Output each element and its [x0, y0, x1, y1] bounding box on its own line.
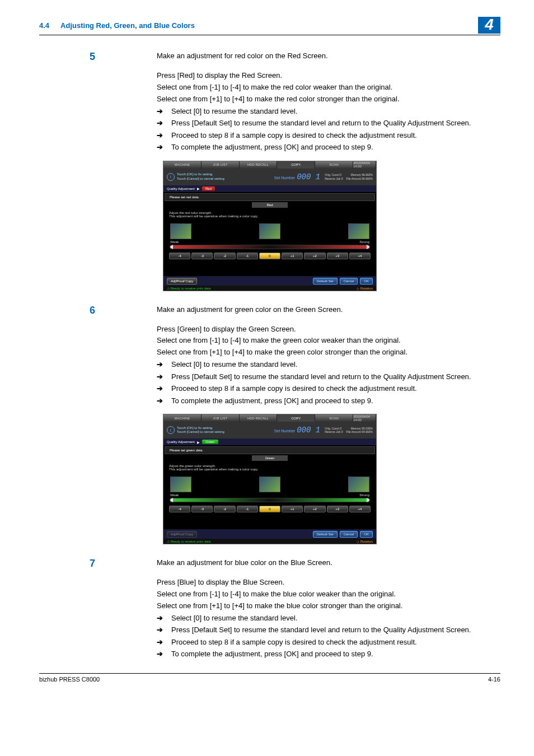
level-button[interactable]: +1: [282, 253, 303, 259]
arrow-icon: ➔: [157, 130, 171, 141]
arrow-text: Select [0] to resume the standard level.: [171, 359, 500, 370]
level-button[interactable]: 0: [259, 506, 280, 512]
device-screen: MACHINEJOB LISTHDD RECALLCOPYSCAN2010/04…: [163, 414, 377, 544]
level-button[interactable]: +4: [349, 253, 371, 259]
arrow-icon: ➔: [157, 359, 171, 370]
instruction-line: Select one from [+1] to [+4] to make the…: [157, 601, 500, 612]
instruction-line: Press [Blue] to display the Blue Screen.: [157, 577, 500, 588]
proof-copy-button[interactable]: Adj/Proof Copy: [167, 278, 197, 284]
app-tab[interactable]: JOB LIST: [202, 161, 240, 169]
cancel-button[interactable]: Cancel: [340, 278, 358, 284]
app-tab[interactable]: MACHINE: [163, 414, 202, 422]
ok-button[interactable]: OK: [360, 278, 373, 284]
arrow-icon: ➔: [157, 383, 171, 394]
arrow-icon: ➔: [157, 613, 171, 624]
arrow-icon: ➔: [157, 637, 171, 648]
ok-button[interactable]: OK: [360, 531, 373, 538]
page-number: 4-16: [488, 676, 500, 683]
arrow-text: Press [Default Set] to resume the standa…: [171, 371, 500, 382]
level-button[interactable]: -1: [237, 506, 258, 512]
level-button[interactable]: +3: [327, 506, 348, 512]
instruction-line: Press [Green] to display the Green Scree…: [157, 324, 500, 335]
step-intro: Make an adjustment for red color on the …: [157, 51, 500, 63]
level-button[interactable]: +4: [349, 506, 371, 512]
device-screen: MACHINEJOB LISTHDD RECALLCOPYSCAN2010/04…: [163, 161, 377, 291]
level-button[interactable]: -2: [214, 253, 235, 259]
section-title: Adjusting Red, Green, and Blue Colors: [60, 21, 195, 30]
instruction-line: Select one from [-1] to [-4] to make the…: [157, 82, 500, 93]
arrow-icon: ➔: [157, 395, 171, 407]
app-tab[interactable]: MACHINE: [163, 161, 202, 169]
default-set-button[interactable]: Default Set: [313, 531, 338, 538]
chapter-badge: 4: [478, 17, 500, 34]
app-tab[interactable]: HDD RECALL: [240, 414, 278, 422]
level-button[interactable]: +2: [304, 253, 325, 259]
arrow-text: To complete the adjustment, press [OK] a…: [171, 142, 500, 153]
arrow-icon: ➔: [157, 371, 171, 382]
instruction-line: Select one from [-1] to [-4] to make the…: [157, 335, 500, 346]
level-button[interactable]: -3: [191, 253, 213, 259]
step-intro: Make an adjustment for green color on th…: [157, 305, 500, 316]
instruction-line: Select one from [+1] to [+4] to make the…: [157, 94, 500, 105]
arrow-text: To complete the adjustment, press [OK] a…: [171, 648, 500, 660]
arrow-text: Proceed to step 8 if a sample copy is de…: [171, 383, 500, 394]
arrow-text: Select [0] to resume the standard level.: [171, 613, 500, 624]
step-number: 7: [39, 558, 157, 570]
instruction-line: Select one from [-1] to [-4] to make the…: [157, 589, 500, 600]
arrow-text: To complete the adjustment, press [OK] a…: [171, 395, 500, 407]
app-tab[interactable]: SCAN: [315, 414, 353, 422]
arrow-icon: ➔: [157, 106, 171, 117]
page-header: 4.4 Adjusting Red, Green, and Blue Color…: [39, 17, 500, 35]
app-tab[interactable]: COPY: [277, 414, 315, 422]
step-intro: Make an adjustment for blue color on the…: [157, 558, 500, 570]
info-icon: i: [167, 426, 175, 434]
level-button[interactable]: +2: [304, 506, 325, 512]
default-set-button[interactable]: Default Set: [313, 278, 338, 284]
arrow-text: Press [Default Set] to resume the standa…: [171, 624, 500, 636]
color-chip[interactable]: Red: [202, 186, 215, 191]
cancel-button[interactable]: Cancel: [340, 531, 358, 538]
instruction-line: Press [Red] to display the Red Screen.: [157, 71, 500, 81]
arrow-icon: ➔: [157, 118, 171, 129]
level-button[interactable]: -2: [214, 506, 235, 512]
arrow-text: Select [0] to resume the standard level.: [171, 106, 500, 117]
instruction-line: Select one from [+1] to [+4] to make the…: [157, 347, 500, 358]
app-tab[interactable]: JOB LIST: [202, 414, 240, 422]
app-tab[interactable]: HDD RECALL: [240, 161, 278, 169]
level-button[interactable]: +3: [327, 253, 348, 259]
app-tab[interactable]: COPY: [277, 161, 315, 169]
level-button[interactable]: -4: [169, 506, 190, 512]
level-button[interactable]: +1: [282, 506, 303, 512]
arrow-icon: ➔: [157, 648, 171, 660]
product-name: bizhub PRESS C8000: [39, 676, 100, 683]
level-button[interactable]: -3: [191, 506, 213, 512]
level-button[interactable]: -4: [169, 253, 190, 259]
info-icon: i: [167, 173, 175, 181]
arrow-text: Proceed to step 8 if a sample copy is de…: [171, 637, 500, 648]
arrow-icon: ➔: [157, 624, 171, 636]
arrow-text: Proceed to step 8 if a sample copy is de…: [171, 130, 500, 141]
level-button[interactable]: 0: [259, 253, 280, 259]
section-number: 4.4: [39, 21, 49, 30]
color-chip[interactable]: Green: [202, 440, 218, 444]
page-footer: bizhub PRESS C8000 4-16: [39, 673, 500, 683]
step-number: 5: [39, 51, 157, 63]
step-number: 6: [39, 305, 157, 316]
arrow-icon: ➔: [157, 142, 171, 153]
proof-copy-button[interactable]: Adj/Proof Copy: [167, 531, 197, 538]
app-tab[interactable]: SCAN: [315, 161, 353, 169]
level-button[interactable]: -1: [237, 253, 258, 259]
arrow-text: Press [Default Set] to resume the standa…: [171, 118, 500, 129]
